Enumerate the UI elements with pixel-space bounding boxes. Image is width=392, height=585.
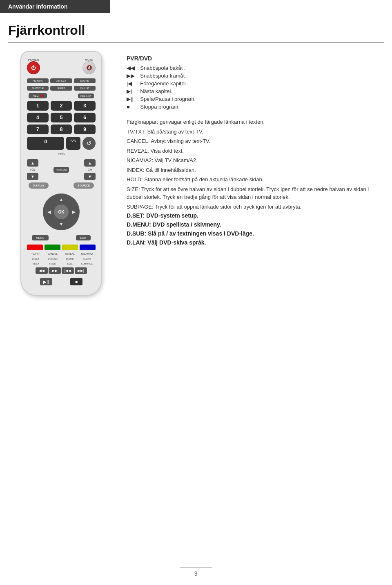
tvtxt-label: TV/TXT xyxy=(27,253,44,255)
picture-button[interactable]: PICTURE xyxy=(27,78,49,83)
prev-icon: |◀ xyxy=(127,80,135,87)
red-button[interactable] xyxy=(27,245,43,250)
reveal-label: REVEAL xyxy=(61,253,78,255)
source-button[interactable]: SOURCE xyxy=(74,182,94,189)
power-button[interactable]: ⏻ xyxy=(27,61,40,74)
subtitle-sleep-chlist-row: SUBTITLE SLEEP CH.LIST xyxy=(27,86,96,91)
num5-button[interactable]: 5 xyxy=(51,113,72,122)
desc-dlan: D.LAN: Välj DVD-skiva språk. xyxy=(127,239,384,246)
subtitle-button[interactable]: SUBTITLE xyxy=(27,86,49,91)
num9-button[interactable]: 9 xyxy=(74,125,96,134)
vol-up-button[interactable]: ▲ xyxy=(27,159,38,167)
reclist-button[interactable]: REC.LIST xyxy=(78,93,94,98)
chlist-button[interactable]: CH.LIST xyxy=(74,86,96,91)
sleep-button[interactable]: SLEEP xyxy=(50,86,72,91)
num7-button[interactable]: 7 xyxy=(27,125,49,134)
nav-down-button[interactable]: ▼ xyxy=(57,220,65,228)
aspect-button[interactable]: ASPECT xyxy=(50,78,72,83)
pvr-item-1: ▶▶ : Snabbspola framåt . xyxy=(127,73,384,79)
nav-ring: ▲ ◀ OK ▶ ▼ xyxy=(43,194,80,230)
fastforward-button[interactable]: ▶▶ xyxy=(49,267,61,274)
menu-button[interactable]: MENU xyxy=(32,235,49,240)
num3-button[interactable]: 3 xyxy=(74,101,96,111)
ch-group: ▲ CH ▼ xyxy=(84,159,96,180)
desc-line-5: NICAM/A2: Välj TV Nicam/A2. xyxy=(127,156,384,165)
remote-container: POWER ⏻ MUTE 🔇 PICTURE ASPECT SOUND xyxy=(8,51,114,296)
rewind-icon: ◀◀ xyxy=(127,65,135,71)
green-button[interactable] xyxy=(45,245,60,250)
num1-button[interactable]: 1 xyxy=(27,101,49,111)
page-title: Fjärrkontroll xyxy=(8,23,384,38)
prev-button[interactable]: |◀◀ xyxy=(62,267,74,274)
stop-button[interactable]: ■ xyxy=(70,278,82,285)
next-button[interactable]: ▶▶| xyxy=(75,267,87,274)
pvr-item-0: ◀◀ : Snabbspola bakåt . xyxy=(127,65,384,71)
dlan-label: D.LAN xyxy=(78,258,96,260)
rewind-button[interactable]: ◀◀ xyxy=(36,267,48,274)
hold-label: HOLD xyxy=(44,262,61,265)
dmenu-label: D.MENU xyxy=(44,258,61,260)
pvr-item-3: ▶| : Nästa kapitel. xyxy=(127,88,384,94)
desc-line-9: SUBPAGE: Tryck för att öppna länkade sid… xyxy=(127,203,384,211)
yellow-button[interactable] xyxy=(62,245,78,250)
desc-dset: D.SET: DVD-system setup. xyxy=(127,212,384,219)
pvr-text-5: : Stoppa program. xyxy=(137,104,180,110)
desc-line-3: CANCEL: Avbryt visning av text-TV. xyxy=(127,137,384,145)
mute-button[interactable]: 🔇 xyxy=(82,61,96,74)
desc-line-4: REVEAL: Visa dold text. xyxy=(127,147,384,155)
display-button[interactable]: DISPLAY xyxy=(29,182,49,189)
sound-button[interactable]: SOUND xyxy=(74,78,96,83)
num0-button[interactable]: 0 xyxy=(27,137,64,150)
dsub-label: D.SUB xyxy=(61,258,78,260)
blue-button[interactable] xyxy=(80,245,96,250)
pvr-item-4: ▶|| : Spela/Pausa i program. xyxy=(127,96,384,102)
epg-label: EPG xyxy=(27,152,96,156)
description-section: Färgknappar: genvägar enligt de färgade … xyxy=(127,118,384,246)
pvr-item-2: |◀ : Föregående kapitel . xyxy=(127,80,384,87)
cancel-label: CANCEL xyxy=(44,253,61,255)
remote-control: POWER ⏻ MUTE 🔇 PICTURE ASPECT SOUND xyxy=(20,51,102,296)
pvr-text-0: : Snabbspola bakåt . xyxy=(137,65,186,71)
num8-button[interactable]: 8 xyxy=(51,125,72,134)
desc-line-6: INDEX: Gå till innehållssidan. xyxy=(127,166,384,174)
transport-buttons-row: ◀◀ ▶▶ |◀◀ ▶▶| xyxy=(27,267,96,274)
vol-ch-row: ▲ VOL ▼ TV/RADIO ▲ CH ▼ xyxy=(27,159,96,180)
play-icon: ▶|| xyxy=(127,96,135,102)
fav-button[interactable]: FAV xyxy=(66,137,80,150)
tvtxt-labels-row: TV/TXT CANCEL REVEAL NICAM/A2 xyxy=(27,253,96,255)
pvr-text-2: : Föregående kapitel . xyxy=(137,80,189,87)
main-content: POWER ⏻ MUTE 🔇 PICTURE ASPECT SOUND xyxy=(0,51,392,296)
nicam-label: NICAM/A2 xyxy=(78,253,96,255)
play-pause-button[interactable]: ▶|| xyxy=(40,278,52,285)
nav-left-button[interactable]: ◀ xyxy=(45,208,53,216)
power-mute-row: POWER ⏻ MUTE 🔇 xyxy=(27,58,96,74)
num6-button[interactable]: 6 xyxy=(74,113,96,122)
nav-up-button[interactable]: ▲ xyxy=(57,196,65,204)
vol-group: ▲ VOL ▼ xyxy=(27,159,38,180)
stop-icon: ■ xyxy=(127,104,135,110)
tvradio-button[interactable]: TV/RADIO xyxy=(53,167,69,173)
dset-labels-row: D.SET D.MENU D.SUB D.LAN xyxy=(27,258,96,260)
right-content: PVR/DVD ◀◀ : Snabbspola bakåt . ▶▶ : Sna… xyxy=(127,51,384,296)
size-label: SIZE xyxy=(61,262,78,265)
desc-line-1: Färgknappar: genvägar enligt de färgade … xyxy=(127,118,384,126)
mute-label: MUTE xyxy=(85,58,93,61)
header-title: Användar Information xyxy=(8,3,67,10)
desc-dsub: D.SUB: Slå på / av textningen visas i DV… xyxy=(127,230,384,237)
ch-down-button[interactable]: ▼ xyxy=(84,173,96,180)
exit-button[interactable]: EXIT xyxy=(76,235,91,240)
ok-button[interactable]: OK xyxy=(54,205,69,219)
replay-button[interactable]: ↺ xyxy=(82,137,96,150)
vol-down-button[interactable]: ▼ xyxy=(27,173,38,180)
nav-right-button[interactable]: ▶ xyxy=(69,208,78,216)
zero-fav-replay-row: 0 FAV ↺ xyxy=(27,137,96,150)
num2-button[interactable]: 2 xyxy=(51,101,72,111)
index-hold-labels-row: INDEX HOLD SIZE SUBPAGE xyxy=(27,262,96,265)
rec-button[interactable]: REC xyxy=(29,93,47,98)
index-label: INDEX xyxy=(27,262,44,265)
ch-up-button[interactable]: ▲ xyxy=(84,159,96,167)
menu-exit-row: MENU EXIT xyxy=(27,235,96,240)
pvr-text-3: : Nästa kapitel. xyxy=(137,88,172,94)
num4-button[interactable]: 4 xyxy=(27,113,49,122)
pvr-text-4: : Spela/Pausa i program. xyxy=(137,96,196,102)
